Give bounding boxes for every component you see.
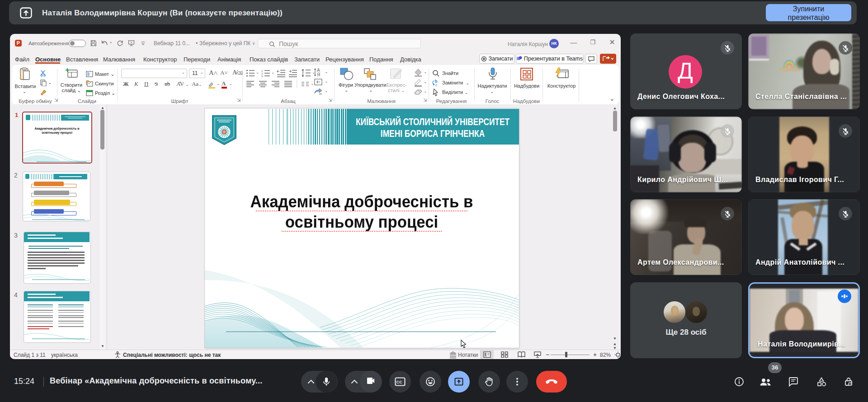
svg-text:Я: Я <box>317 72 320 77</box>
svg-text:3: 3 <box>261 75 263 78</box>
svg-text:c: c <box>435 83 438 87</box>
svg-text:CC: CC <box>396 380 402 384</box>
